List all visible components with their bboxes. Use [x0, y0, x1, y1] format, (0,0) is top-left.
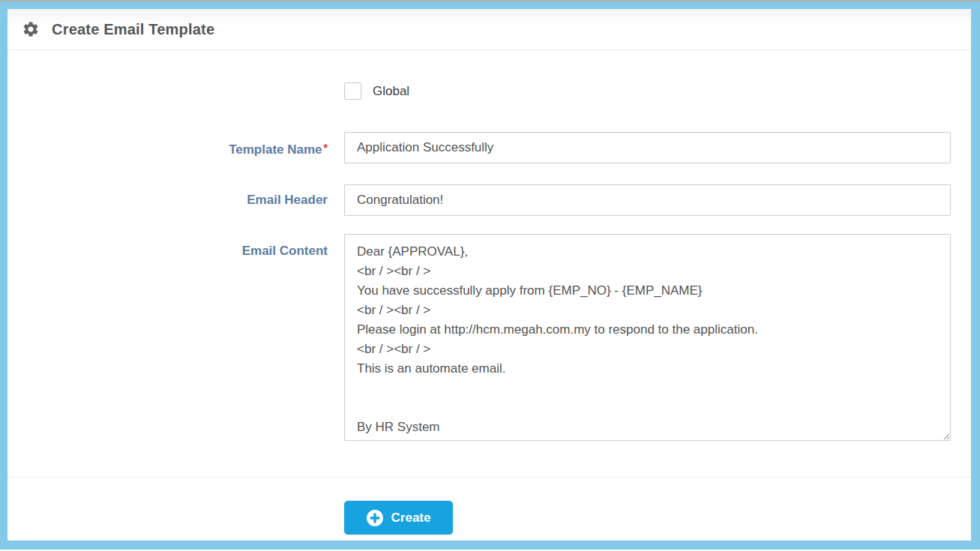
email-content-textarea[interactable]: Dear {APPROVAL}, <br / ><br / > You have… — [344, 234, 951, 441]
create-button-label: Create — [391, 511, 431, 526]
template-name-label-text: Template Name — [229, 142, 322, 157]
global-checkbox[interactable] — [344, 82, 361, 100]
email-header-label: Email Header — [7, 184, 344, 216]
page-title: Create Email Template — [52, 21, 214, 38]
page-header: Create Email Template — [7, 9, 971, 50]
global-checkbox-row: Global — [344, 82, 971, 100]
gear-icon — [22, 20, 40, 38]
plus-circle-icon — [367, 510, 383, 526]
template-name-input[interactable] — [344, 132, 951, 163]
global-checkbox-label: Global — [373, 84, 409, 99]
template-name-row: Template Name* — [7, 132, 971, 166]
create-button[interactable]: Create — [344, 501, 453, 535]
form: Global Template Name* Email Header Email… — [7, 82, 971, 441]
required-asterisk: * — [324, 142, 328, 154]
email-header-row: Email Header — [7, 184, 971, 216]
template-name-label: Template Name* — [7, 132, 344, 166]
email-header-input[interactable] — [344, 184, 951, 216]
footer: Create — [7, 478, 971, 535]
email-content-row: Email Content Dear {APPROVAL}, <br / ><b… — [7, 234, 971, 441]
page-frame: Create Email Template Global Template Na… — [0, 1, 980, 550]
email-content-label: Email Content — [7, 234, 344, 259]
